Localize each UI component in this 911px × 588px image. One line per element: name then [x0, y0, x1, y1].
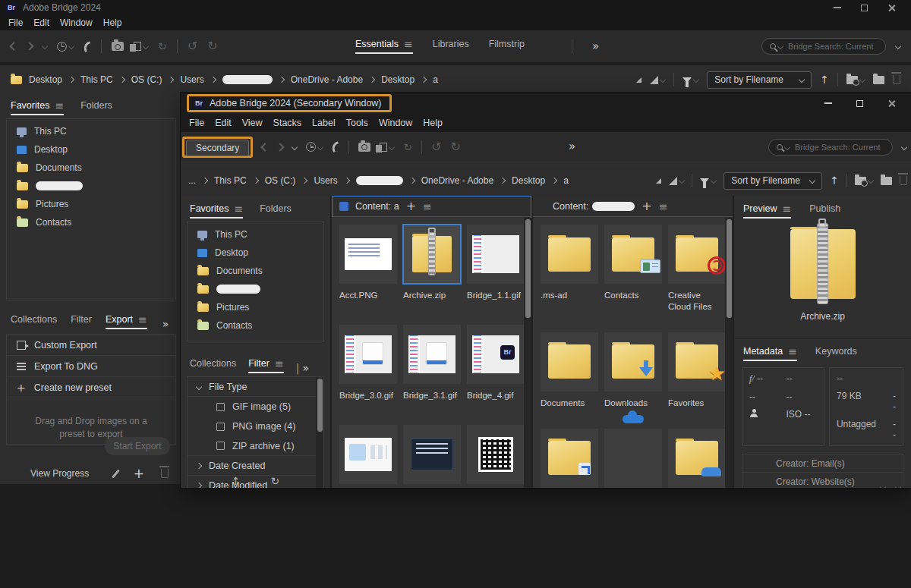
breadcrumb-this-pc[interactable]: This PC — [80, 74, 113, 85]
nav-dropdown-icon[interactable] — [42, 43, 48, 49]
add-preset-icon[interactable] — [134, 467, 144, 480]
sidebar-item-redacted[interactable] — [7, 177, 175, 195]
recent-files-button[interactable] — [306, 142, 323, 152]
tab-libraries[interactable]: Libraries — [433, 39, 469, 54]
scrollbar-thumb[interactable] — [525, 219, 531, 318]
field-creator-email[interactable]: Creator: Email(s) — [742, 454, 903, 473]
filter-scrollbar[interactable] — [316, 377, 323, 488]
tab-folders[interactable]: Folders — [80, 100, 112, 115]
file-tile-bridge-3-0[interactable]: Bridge_3.0.gif — [339, 325, 397, 405]
panel-menu-icon[interactable] — [659, 201, 668, 212]
recent-folders-button[interactable] — [855, 177, 873, 185]
thumbnail-smaller-icon[interactable] — [636, 77, 641, 83]
tab-metadata[interactable]: Metadata — [743, 346, 797, 361]
menu-help[interactable]: Help — [98, 17, 128, 28]
sidebar-item-pictures[interactable]: Pictures — [188, 298, 323, 316]
menu-tools[interactable]: Tools — [341, 118, 374, 128]
tab-preview[interactable]: Preview — [743, 203, 791, 219]
panel-menu-icon[interactable] — [788, 346, 797, 357]
menu-stacks[interactable]: Stacks — [268, 118, 307, 128]
panel-menu-icon[interactable] — [234, 203, 243, 214]
breadcrumb-onedrive[interactable]: OneDrive - Adobe — [291, 74, 363, 85]
export-to-dng-item[interactable]: Export To DNG — [7, 356, 175, 377]
filter-option-zip[interactable]: ZIP archive (1) — [188, 436, 323, 456]
sidebar-item-contacts[interactable]: Contacts — [188, 316, 323, 335]
folder-tile-partial-1[interactable] — [541, 429, 598, 488]
recent-folders-button[interactable] — [846, 76, 865, 84]
breadcrumb-os-c[interactable]: OS (C:) — [265, 175, 296, 186]
thumbnail-smaller-icon[interactable] — [656, 178, 661, 184]
panel-menu-icon[interactable] — [138, 314, 147, 325]
redo-icon[interactable] — [207, 40, 217, 52]
sync-icon[interactable] — [403, 142, 412, 153]
import-from-camera-icon[interactable] — [112, 42, 124, 51]
minimize-button[interactable] — [834, 7, 841, 8]
search-input[interactable] — [788, 42, 878, 51]
new-folder-icon[interactable] — [873, 76, 884, 84]
boomerang-icon[interactable] — [83, 40, 93, 52]
search-options-chevron-icon[interactable] — [895, 43, 901, 49]
tab-export[interactable]: Export — [106, 314, 147, 329]
close-button[interactable] — [887, 4, 896, 12]
menu-label[interactable]: Label — [307, 118, 341, 128]
filter-option-png[interactable]: PNG image (4) — [188, 417, 323, 436]
menu-window[interactable]: Window — [55, 17, 98, 28]
menu-edit[interactable]: Edit — [210, 118, 237, 128]
scrollbar-thumb[interactable] — [317, 379, 323, 432]
secondary-workspace-button[interactable]: Secondary — [186, 140, 249, 156]
clear-filter-icon[interactable] — [271, 476, 280, 488]
folder-tile-ms-ad[interactable]: .ms-ad — [541, 225, 598, 313]
thumbnail-size-button[interactable] — [669, 177, 684, 185]
search-options-chevron-icon[interactable] — [901, 143, 907, 149]
forward-icon[interactable] — [276, 143, 285, 151]
breadcrumb-users[interactable]: Users — [314, 175, 337, 186]
menu-view[interactable]: View — [237, 118, 268, 128]
menu-help[interactable]: Help — [418, 118, 448, 128]
content-b-scrollbar[interactable] — [725, 218, 733, 488]
filter-option-gif[interactable]: GIF image (5) — [188, 397, 323, 417]
tab-filmstrip[interactable]: Filmstrip — [489, 39, 525, 54]
menu-file[interactable]: File — [3, 17, 28, 28]
bridge-search-box[interactable] — [768, 139, 893, 156]
recent-files-button[interactable] — [57, 42, 74, 52]
tab-folders[interactable]: Folders — [260, 203, 292, 219]
file-tile-partial-1[interactable] — [339, 425, 397, 488]
file-tile-bridge-3-1[interactable]: Bridge_3.1.gif — [403, 325, 461, 405]
edit-preset-icon[interactable] — [112, 469, 120, 478]
search-input[interactable] — [795, 143, 884, 152]
file-tile-partial-qr[interactable] — [467, 425, 524, 488]
folder-tile-documents[interactable]: Documents — [541, 332, 598, 409]
import-from-camera-icon[interactable] — [358, 143, 370, 152]
sidebar-item-this-pc[interactable]: This PC — [7, 122, 175, 140]
checkbox[interactable] — [216, 423, 225, 431]
filter-button[interactable] — [700, 178, 716, 184]
folder-tile-favorites[interactable]: Favorites — [668, 332, 725, 409]
sidebar-item-desktop[interactable]: Desktop — [188, 244, 323, 262]
new-folder-icon[interactable] — [881, 177, 892, 185]
view-progress-label[interactable]: View Progress — [30, 468, 89, 479]
forward-icon[interactable] — [25, 42, 33, 50]
close-button[interactable] — [887, 99, 896, 108]
add-content-pane-icon[interactable] — [641, 200, 651, 212]
panel-menu-icon[interactable] — [55, 100, 64, 111]
breadcrumb-desktop-2[interactable]: Desktop — [381, 74, 415, 85]
menu-file[interactable]: File — [184, 118, 210, 128]
scrollbar-thumb[interactable] — [727, 219, 732, 318]
more-workspaces-icon[interactable] — [569, 141, 575, 153]
maximize-button[interactable] — [861, 5, 868, 11]
menu-edit[interactable]: Edit — [28, 17, 55, 28]
undo-icon[interactable] — [188, 40, 197, 52]
panel-menu-icon[interactable] — [782, 203, 791, 214]
sync-icon[interactable] — [158, 41, 167, 52]
breadcrumb-desktop[interactable]: Desktop — [29, 74, 62, 85]
breadcrumb-a[interactable]: a — [433, 74, 438, 85]
tab-favorites[interactable]: Favorites — [190, 203, 243, 219]
panel-menu-icon[interactable] — [423, 201, 432, 212]
tab-keywords[interactable]: Keywords — [815, 346, 857, 361]
content-a-scrollbar[interactable] — [524, 218, 531, 488]
sidebar-item-contacts[interactable]: Contacts — [7, 213, 175, 231]
add-content-pane-icon[interactable] — [406, 200, 416, 212]
file-tile-bridge-1-1[interactable]: Bridge_1.1.gif — [467, 225, 524, 305]
chevron-down-icon[interactable] — [880, 484, 886, 488]
minimize-button[interactable] — [824, 102, 832, 104]
